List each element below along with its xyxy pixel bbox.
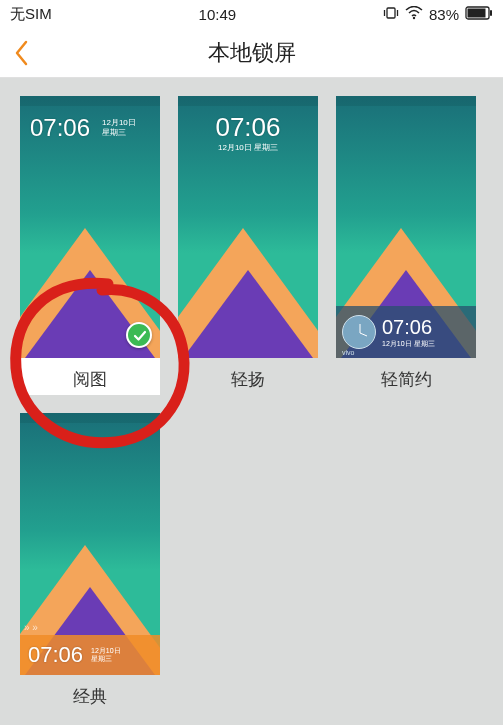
lock-date: 12月10日 星期三 xyxy=(91,647,121,663)
theme-item-jingdian[interactable]: » » 07:06 12月10日 星期三 经典 xyxy=(20,413,160,712)
theme-label: 经典 xyxy=(20,675,160,712)
svg-point-3 xyxy=(413,16,415,18)
analog-clock-icon xyxy=(342,315,376,349)
lock-date: 12月10日 星期三 xyxy=(382,339,435,349)
lock-time: 07:06 xyxy=(382,316,435,339)
theme-thumbnail: 07:06 12月10日 星期三 xyxy=(20,96,160,358)
lock-date: 12月10日 星期三 xyxy=(102,118,136,138)
svg-rect-5 xyxy=(468,8,486,17)
theme-label: 轻简约 xyxy=(336,358,476,395)
lock-time: 07:06 xyxy=(30,114,90,142)
lock-time: 07:06 xyxy=(178,112,318,143)
theme-label: 阅图 xyxy=(20,358,160,395)
theme-thumbnail: » » 07:06 12月10日 星期三 xyxy=(20,413,160,675)
battery-percent: 83% xyxy=(429,6,459,23)
status-bar: 无SIM 10:49 83% xyxy=(0,0,503,28)
header: 本地锁屏 xyxy=(0,28,503,78)
status-time: 10:49 xyxy=(199,6,237,23)
svg-rect-0 xyxy=(387,8,395,18)
wifi-icon xyxy=(405,6,423,23)
theme-item-yuetu[interactable]: 07:06 12月10日 星期三 阅图 xyxy=(20,96,160,395)
theme-grid: 07:06 12月10日 星期三 阅图 07:06 12月10日 星期三 轻扬 xyxy=(0,78,503,712)
theme-item-qingjianyue[interactable]: 07:06 12月10日 星期三 vivo 轻简约 xyxy=(336,96,476,395)
brand-label: vivo xyxy=(342,349,354,356)
theme-thumbnail: 07:06 12月10日 星期三 vivo xyxy=(336,96,476,358)
vibrate-icon xyxy=(383,6,399,23)
back-button[interactable] xyxy=(14,40,28,66)
theme-label: 轻扬 xyxy=(178,358,318,395)
page-title: 本地锁屏 xyxy=(208,38,296,68)
selected-check-icon xyxy=(126,322,152,348)
swipe-arrows-icon: » » xyxy=(24,622,38,633)
sim-status: 无SIM xyxy=(10,5,52,24)
lock-time: 07:06 xyxy=(28,642,83,668)
svg-line-8 xyxy=(360,333,367,336)
svg-rect-6 xyxy=(490,10,492,16)
theme-thumbnail: 07:06 12月10日 星期三 xyxy=(178,96,318,358)
battery-icon xyxy=(465,6,493,23)
lock-date: 12月10日 星期三 xyxy=(178,142,318,153)
theme-item-qingyang[interactable]: 07:06 12月10日 星期三 轻扬 xyxy=(178,96,318,395)
